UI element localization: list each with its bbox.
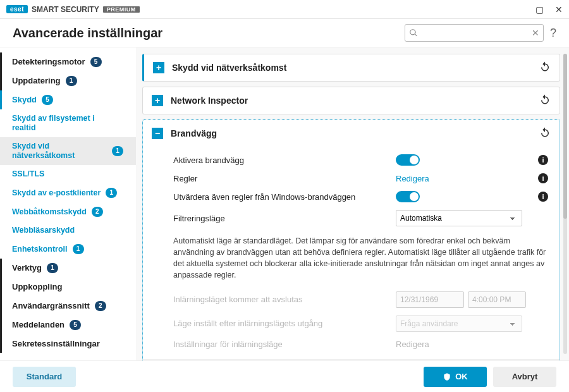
scrollbar[interactable]	[563, 54, 567, 354]
revert-icon[interactable]	[539, 126, 551, 140]
revert-icon[interactable]	[539, 61, 551, 75]
badge: 5	[90, 57, 102, 67]
section-title: Network Inspector	[171, 95, 248, 106]
section-firewall[interactable]: Brandvägg	[143, 120, 560, 147]
badge: 5	[42, 95, 53, 105]
sidebar-item-ui[interactable]: Användargränssnitt 2	[0, 297, 136, 315]
section-network-inspector[interactable]: Network Inspector	[143, 87, 560, 114]
page-title: Avancerade inställningar	[13, 26, 162, 40]
section-title: Skydd vid nätverksåtkomst	[172, 63, 286, 73]
sidebar-item-network-protection[interactable]: Skydd vid nätverksåtkomst 1	[0, 137, 136, 165]
sidebar-item-label: Skydd	[12, 95, 37, 105]
shield-icon	[443, 372, 451, 381]
collapse-icon[interactable]	[152, 128, 163, 139]
help-icon[interactable]: ?	[550, 27, 556, 40]
brand-logo: eset	[6, 5, 28, 13]
badge: 1	[112, 146, 123, 156]
sidebar-item-update[interactable]: Uppdatering 1	[0, 71, 136, 90]
sidebar-item-label: Webbåtkomstskydd	[12, 207, 87, 217]
revert-icon[interactable]	[539, 94, 551, 107]
sidebar-item-label: Verktyg	[12, 263, 42, 273]
badge: 2	[95, 301, 106, 311]
sidebar-item-label: Skydd av e-postklienter	[12, 188, 101, 198]
learning-end-time	[468, 291, 526, 308]
info-icon[interactable]: i	[538, 155, 548, 165]
sidebar-item-device[interactable]: Enhetskontroll 1	[0, 240, 136, 259]
sidebar-item-label: Skydd av filsystemet i realtid	[12, 114, 107, 133]
expand-icon[interactable]	[153, 62, 164, 73]
window-maximize-icon[interactable]: ▢	[535, 4, 544, 15]
sidebar-item-notifications[interactable]: Meddelanden 5	[0, 315, 136, 334]
sidebar-item-realtime[interactable]: Skydd av filsystemet i realtid	[0, 109, 136, 137]
setting-label-learning-end: Inlärningsläget kommer att avslutas	[173, 295, 388, 304]
badge: 1	[73, 244, 84, 254]
sidebar-item-protection[interactable]: Skydd 5	[0, 90, 136, 109]
setting-label-windows-rules: Utvärdera även regler från Windows-brand…	[173, 192, 388, 202]
sidebar-item-label: Uppkoppling	[12, 282, 62, 292]
sidebar-item-tools[interactable]: Verktyg 1	[0, 259, 136, 278]
filter-mode-description: Automatiskt läge är standardläget. Det l…	[164, 230, 557, 288]
learning-end-date	[396, 291, 464, 308]
setting-label-post-learning: Läge inställt efter inlärningslägets utg…	[173, 319, 388, 328]
sidebar-item-browser[interactable]: Webbläsarskydd	[0, 221, 136, 240]
section-title: Brandvägg	[171, 128, 217, 138]
expand-icon[interactable]	[152, 95, 163, 106]
search-input[interactable]	[418, 28, 532, 37]
sidebar-item-ssl[interactable]: SSL/TLS	[0, 165, 136, 183]
edit-rules-link[interactable]: Redigera	[396, 174, 429, 183]
setting-label-rules: Regler	[173, 174, 388, 183]
info-icon[interactable]: i	[538, 192, 548, 202]
edition-badge: PREMIUM	[103, 6, 140, 13]
setting-label-filter-mode: Filtreringsläge	[173, 214, 388, 223]
toggle-windows-rules[interactable]	[396, 191, 420, 202]
content-area: Skydd vid nätverksåtkomst Network Inspec…	[136, 47, 569, 360]
sidebar-item-webaccess[interactable]: Webbåtkomstskydd 2	[0, 202, 136, 221]
ok-button[interactable]: OK	[424, 367, 487, 387]
toggle-enable-firewall[interactable]	[396, 154, 420, 166]
sidebar-item-label: Detekteringsmotor	[12, 57, 85, 67]
filter-mode-select[interactable]: Automatiska	[396, 210, 522, 226]
search-clear-icon[interactable]: ✕	[532, 28, 539, 38]
learning-settings-link: Redigera	[396, 340, 429, 349]
sidebar-item-label: SSL/TLS	[12, 169, 44, 179]
sidebar-item-connection[interactable]: Uppkoppling	[0, 278, 136, 297]
sidebar-item-label: Uppdatering	[12, 76, 61, 86]
product-name: SMART SECURITY	[32, 5, 99, 14]
sidebar-item-label: Användargränssnitt	[12, 301, 90, 311]
section-network-protection[interactable]: Skydd vid nätverksåtkomst	[144, 54, 560, 81]
badge: 1	[66, 76, 77, 86]
subsection-program-changes[interactable]: Detektion av ändringar i program i	[143, 359, 560, 361]
sidebar-item-label: Sekretessinställningar	[12, 339, 100, 349]
badge: 5	[70, 320, 81, 330]
post-learning-select: Fråga användare	[396, 315, 522, 332]
sidebar-item-label: Webbläsarskydd	[12, 226, 75, 235]
search-box[interactable]: ✕	[405, 24, 544, 42]
window-close-icon[interactable]: ✕	[555, 4, 563, 15]
badge: 1	[47, 263, 58, 273]
badge: 1	[106, 188, 117, 198]
sidebar-item-label: Skydd vid nätverksåtkomst	[12, 142, 107, 161]
ok-button-label: OK	[455, 372, 468, 381]
sidebar-item-privacy[interactable]: Sekretessinställningar	[0, 334, 136, 353]
sidebar-item-label: Meddelanden	[12, 320, 64, 330]
setting-label-learning-settings: Inställningar för inlärningsläge	[173, 340, 388, 349]
setting-label-enable-firewall: Aktivera brandvägg	[173, 156, 388, 165]
sidebar-item-email[interactable]: Skydd av e-postklienter 1	[0, 183, 136, 202]
sidebar-item-detection[interactable]: Detekteringsmotor 5	[0, 52, 136, 71]
cancel-button[interactable]: Avbryt	[493, 367, 556, 387]
default-button[interactable]: Standard	[13, 367, 76, 387]
badge: 2	[92, 207, 103, 217]
sidebar: Detekteringsmotor 5 Uppdatering 1 Skydd …	[0, 47, 136, 360]
search-icon	[409, 28, 418, 37]
sidebar-item-label: Enhetskontroll	[12, 245, 68, 254]
info-icon[interactable]: i	[538, 173, 548, 183]
